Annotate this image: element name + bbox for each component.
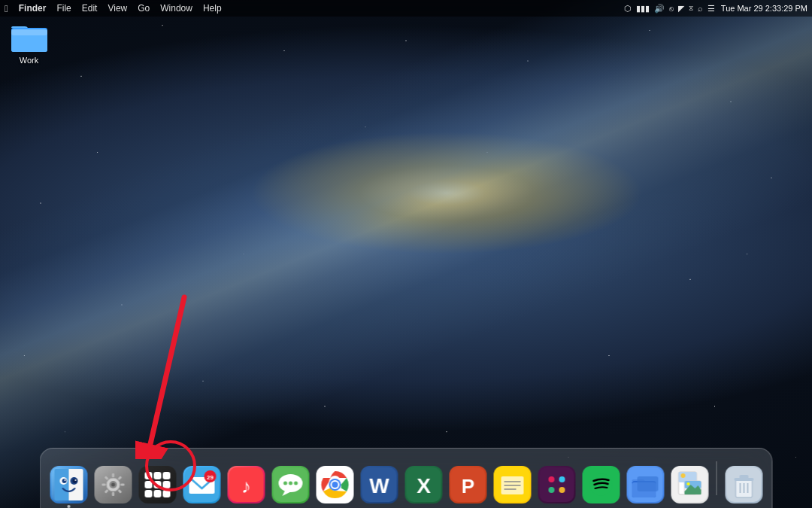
dock-item-word[interactable]: W [359,460,400,503]
dropbox-tray-icon[interactable]: ⬡ [624,4,632,14]
spotify-icon [582,466,620,503]
edit-menu-item[interactable]: Edit [82,3,98,14]
svg-text:X: X [417,474,431,497]
dock-item-spotify[interactable] [580,460,622,503]
bluetooth-tray-icon[interactable]: ⎋ [669,5,674,13]
svg-point-53 [559,476,565,482]
dock-item-preview[interactable] [669,460,710,503]
files-icon [626,466,664,503]
notes-icon [493,466,531,503]
work-folder-icon [11,22,47,53]
dock-item-files[interactable] [625,460,666,503]
slack-icon [538,466,575,503]
svg-point-32 [283,482,287,485]
file-menu-item[interactable]: File [56,3,71,14]
messages-icon [271,466,309,503]
apple-menu[interactable]:  [5,3,8,14]
svg-point-10 [72,479,77,483]
svg-point-33 [289,482,292,485]
window-menu-item[interactable]: Window [160,3,192,14]
mail-icon: 29 [183,466,220,503]
svg-point-54 [548,487,554,493]
system-preferences-icon [94,466,132,503]
time-machine-tray-icon[interactable]: ⧖ [689,5,693,13]
go-menu-item[interactable]: Go [138,3,150,14]
menubar:  Finder File Edit View Go Window Help ⬡… [0,0,812,17]
svg-point-65 [680,473,685,478]
launchpad-icon [138,466,176,503]
svg-rect-20 [104,489,108,494]
svg-text:W: W [369,474,389,497]
work-folder-label: Work [20,56,38,65]
work-folder[interactable]: Work [5,19,53,68]
svg-rect-15 [112,473,114,477]
dock-item-notes[interactable] [492,460,533,503]
svg-text:29: 29 [207,474,214,481]
svg-rect-73 [739,475,748,479]
svg-point-69 [686,482,689,485]
galaxy-band [0,0,812,508]
dock-item-launchpad[interactable] [137,460,178,503]
svg-rect-61 [637,476,658,491]
battery-tray-icon[interactable]: ▮▮▮ [636,4,650,14]
dock-item-slack[interactable] [536,460,577,503]
dock-item-finder[interactable] [48,460,89,503]
svg-point-34 [294,482,298,485]
svg-point-39 [332,482,338,488]
svg-rect-17 [120,484,124,486]
view-menu-item[interactable]: View [108,3,127,14]
music-icon: ♪ [227,466,265,503]
dock-separator [717,461,717,495]
dock-item-messages[interactable] [270,460,311,503]
svg-point-52 [548,476,554,482]
svg-point-14 [111,483,115,487]
notification-tray-icon[interactable]: ☰ [707,4,715,14]
svg-rect-19 [112,492,114,496]
dock-item-powerpoint[interactable]: P [447,460,489,503]
dock-item-chrome[interactable] [314,460,356,503]
menubar-left:  Finder File Edit View Go Window Help [5,3,222,14]
tray-icons: ⬡ ▮▮▮ 🔊 ⎋ ◤ ⧖ ⌕ ☰ [624,4,715,14]
dock-item-music[interactable]: ♪ [226,460,267,503]
powerpoint-icon: P [449,466,486,503]
svg-point-55 [559,487,565,493]
svg-rect-51 [539,467,574,502]
svg-text:P: P [461,475,474,497]
finder-running-dot [67,505,70,508]
svg-line-4 [150,297,184,444]
annotation-arrow [135,294,195,459]
chrome-icon [316,466,353,503]
svg-point-8 [64,479,65,481]
dock: 29 ♪ [40,448,773,508]
finder-icon [50,466,87,503]
svg-rect-18 [117,489,122,494]
svg-point-57 [589,473,612,496]
spotlight-tray-icon[interactable]: ⌕ [698,4,703,13]
trash-icon [725,466,762,503]
svg-rect-2 [11,29,47,35]
svg-point-11 [74,479,76,481]
help-menu-item[interactable]: Help [203,3,222,14]
excel-icon: X [404,466,442,503]
svg-rect-16 [117,476,122,480]
finder-menu-item[interactable]: Finder [19,3,47,14]
volume-tray-icon[interactable]: 🔊 [654,4,665,14]
datetime: Tue Mar 29 2:33:29 PM [721,4,807,13]
dock-item-system-preferences[interactable] [92,460,134,503]
svg-rect-22 [104,476,108,480]
wifi-tray-icon[interactable]: ◤ [678,4,684,14]
dock-item-mail[interactable]: 29 [181,460,223,503]
preview-icon [671,466,708,503]
svg-text:♪: ♪ [241,475,251,497]
word-icon: W [360,466,398,503]
dock-item-excel[interactable]: X [403,460,444,503]
dock-item-trash[interactable] [723,460,765,503]
menubar-right: ⬡ ▮▮▮ 🔊 ⎋ ◤ ⧖ ⌕ ☰ Tue Mar 29 2:33:29 PM [624,4,807,14]
svg-rect-21 [102,484,105,486]
desktop:  Finder File Edit View Go Window Help ⬡… [0,0,812,508]
svg-point-7 [62,479,66,483]
